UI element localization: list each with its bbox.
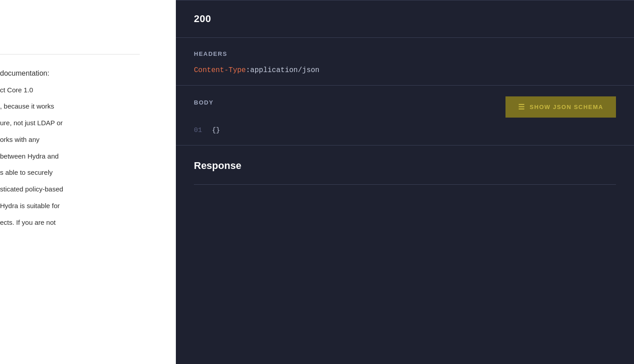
schema-icon: ☰ [518,103,525,111]
left-panel-top-divider [0,54,140,55]
text-line-3: ure, not just LDAP or [0,118,176,129]
status-code: 200 [194,13,211,24]
headers-section: HEADERS Content-Type:application/json [176,38,634,86]
body-header-row: BODY ☰ SHOW JSON SCHEMA [194,96,616,118]
code-content: {} [212,127,220,134]
code-block: 01 {} [194,127,616,134]
response-section: Response [176,146,634,196]
show-schema-label: SHOW JSON SCHEMA [530,104,603,110]
header-colon: : [246,66,250,74]
text-line-5: between Hydra and [0,151,176,162]
text-line-1: ct Core 1.0 [0,85,176,96]
left-panel: documentation: ct Core 1.0 , because it … [0,0,176,364]
description-block: ct Core 1.0 , because it works ure, not … [0,85,176,228]
headers-label: HEADERS [194,50,616,57]
right-panel: 200 HEADERS Content-Type:application/jso… [176,0,634,364]
text-line-4: orks with any [0,134,176,146]
status-section: 200 [176,0,634,38]
response-divider [194,184,616,185]
body-label: BODY [194,99,214,106]
text-line-7: sticated policy-based [0,184,176,195]
header-content: Content-Type:application/json [194,66,616,74]
line-number: 01 [194,127,203,134]
left-panel-content: documentation: ct Core 1.0 , because it … [0,68,176,233]
text-line-2: , because it works [0,101,176,112]
documentation-text: documentation: [0,68,176,79]
show-json-schema-button[interactable]: ☰ SHOW JSON SCHEMA [505,96,616,118]
text-line-6: s able to securely [0,167,176,178]
response-title: Response [194,160,616,172]
header-value: application/json [250,66,320,74]
text-line-8: Hydra is suitable for [0,200,176,212]
text-line-9: ects. If you are not [0,217,176,228]
header-key: Content-Type [194,66,246,74]
body-section: BODY ☰ SHOW JSON SCHEMA 01 {} [176,86,634,146]
